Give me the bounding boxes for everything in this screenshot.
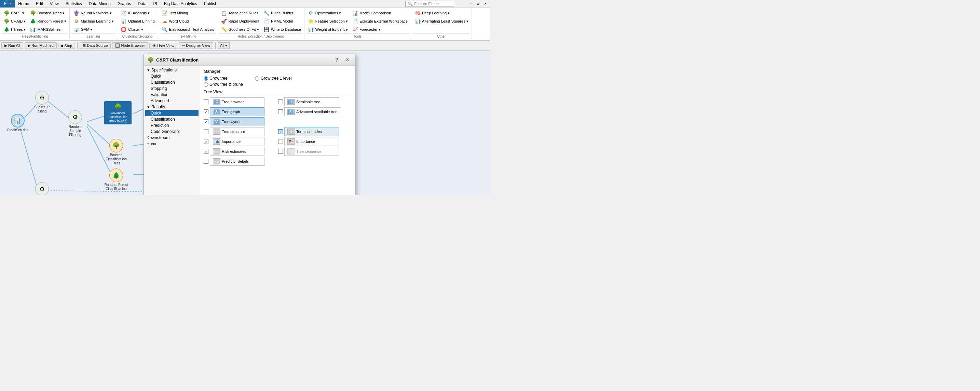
menu-edit[interactable]: Edit xyxy=(32,0,46,8)
stop-btn[interactable]: ■ Stop xyxy=(58,43,75,49)
weight-evidence-btn[interactable]: 📊Weight of Evidence xyxy=(306,25,350,33)
optimal-binning-btn[interactable]: 📊Optimal Binning xyxy=(119,17,156,25)
grow-prune-radio-input[interactable] xyxy=(204,83,208,87)
data-source-btn[interactable]: ⊞ Data Source xyxy=(80,42,111,49)
rules-builder-btn[interactable]: 🔧Rules Builder xyxy=(261,9,303,17)
node-boosted[interactable]: 🌳 Boosted Classificat ion Trees xyxy=(104,139,128,165)
tree-sequence-btn[interactable]: Tree sequence xyxy=(284,147,339,156)
node-creditscore[interactable]: 📊 CreditSco ring xyxy=(7,114,29,132)
scrollable-tree-btn[interactable]: Scrollable tree xyxy=(284,97,339,106)
close-btn[interactable]: × xyxy=(482,0,488,8)
node-advanced-cart[interactable]: 🌳 Advanced Classificat ion Trees (C&RT) xyxy=(104,101,132,124)
grow-tree-1level-radio-input[interactable] xyxy=(255,76,259,81)
tree-sequence-chk[interactable] xyxy=(278,149,283,154)
node-random-forest[interactable]: 🌲 Random Forest Classificat ion xyxy=(104,168,128,191)
sidebar-code-generator[interactable]: Code Generator xyxy=(145,129,199,135)
risk-chk[interactable] xyxy=(204,149,208,154)
tree-layout-chk[interactable] xyxy=(204,119,208,124)
sidebar-home[interactable]: Home xyxy=(145,141,199,147)
assoc-rules-btn[interactable]: 📋Association Rules xyxy=(219,9,261,17)
chaid-btn[interactable]: 🌳CHAID ▾ xyxy=(2,17,28,25)
tree-graph-btn[interactable]: Tree graph xyxy=(210,107,264,116)
adv-scrollable-chk[interactable] xyxy=(278,110,283,114)
adv-scrollable-btn[interactable]: Advanced scrollable tree xyxy=(284,107,340,116)
als-btn[interactable]: 📊Alternating Least Squares ▾ xyxy=(412,17,470,25)
ic-analysis-btn[interactable]: 📈IC Analysis ▾ xyxy=(119,9,156,17)
random-forest-btn[interactable]: 🌲Random Forest ▾ xyxy=(28,17,68,25)
cluster-btn[interactable]: ⭕Cluster ▾ xyxy=(119,25,156,33)
run-all-btn[interactable]: ▶ Run All xyxy=(2,42,23,49)
menu-pi[interactable]: PI xyxy=(150,0,161,8)
maximize-btn[interactable]: # xyxy=(475,0,482,8)
menu-home[interactable]: Home xyxy=(15,0,32,8)
predictor-btn[interactable]: Predictor details xyxy=(210,157,264,166)
grow-tree-radio-input[interactable] xyxy=(204,76,208,81)
sidebar-classification-results[interactable]: Classification xyxy=(145,116,199,122)
machine-learning-btn[interactable]: ⚙Machine Learning ▾ xyxy=(71,17,116,25)
canvas-area[interactable]: 📊 CreditSco ring ⚙ Subset_Tr aining ⚙ Ra… xyxy=(0,51,490,195)
menu-data[interactable]: Data xyxy=(134,0,150,8)
sidebar-quick-results[interactable]: Quick xyxy=(145,110,199,116)
rapid-deploy-btn[interactable]: 🚀Rapid Deployment xyxy=(219,17,261,25)
importance1-chk[interactable] xyxy=(204,139,208,144)
minimize-btn[interactable]: − xyxy=(468,0,474,8)
goodness-btn[interactable]: 📏Goodness Of Fit ▾ xyxy=(219,25,261,33)
importance1-btn[interactable]: Importance xyxy=(210,137,264,146)
gam-btn[interactable]: 📊GAM ▾ xyxy=(71,25,116,33)
node-subset-testing[interactable]: ⚙ Subset_T esting xyxy=(30,182,54,195)
scrollable-tree-chk[interactable] xyxy=(278,99,283,104)
sidebar-advanced[interactable]: Advanced xyxy=(145,98,199,104)
sidebar-classification-spec[interactable]: Classification xyxy=(145,79,199,86)
sidebar-results[interactable]: ▼Results xyxy=(145,104,199,110)
sidebar-quick-spec[interactable]: Quick xyxy=(145,73,199,79)
node-subset-training[interactable]: ⚙ Subset_Tr aining xyxy=(30,91,54,113)
neural-networks-btn[interactable]: 🔮Neural Networks ▾ xyxy=(71,9,116,17)
elasticsearch-btn[interactable]: 🔍Elasticsearch Text Analysis xyxy=(159,25,216,33)
grow-tree-1level-radio[interactable]: Grow tree 1 level xyxy=(255,76,292,81)
menu-publish[interactable]: Publish xyxy=(200,0,221,8)
terminal-nodes-btn[interactable]: Terminal nodes xyxy=(284,127,339,136)
tree-structure-btn[interactable]: Tree structure xyxy=(210,127,264,136)
designer-view-btn[interactable]: ✏ Designer View xyxy=(179,42,213,49)
tree-browser-chk[interactable] xyxy=(204,99,208,104)
execute-workspace-btn[interactable]: 📄Execute External Workspace xyxy=(350,17,409,25)
menu-view[interactable]: View xyxy=(46,0,62,8)
terminal-nodes-chk[interactable]: ✓ xyxy=(278,129,283,134)
user-view-btn[interactable]: 👁 User View xyxy=(150,43,177,49)
text-mining-btn[interactable]: 📝Text Mining xyxy=(159,9,216,17)
deep-learning-btn[interactable]: 🧠Deep Learning ▾ xyxy=(412,9,470,17)
menu-bigdata[interactable]: Big Data Analytics xyxy=(161,0,200,8)
predictor-chk[interactable] xyxy=(204,159,208,164)
view-filter-dropdown[interactable]: All ▾ xyxy=(218,42,230,49)
cart-btn[interactable]: 🌳C&RT ▾ xyxy=(2,9,28,17)
itrees-btn[interactable]: 🌲I-Trees ▾ xyxy=(2,25,28,33)
sidebar-prediction[interactable]: Prediction xyxy=(145,122,199,129)
feature-selection-btn[interactable]: ⭐Feature Selection ▾ xyxy=(306,17,350,25)
menu-statistics[interactable]: Statistics xyxy=(62,0,86,8)
write-db-btn[interactable]: 💾Write to Database xyxy=(261,25,303,33)
feature-finder-input[interactable] xyxy=(414,2,452,6)
importance2-btn[interactable]: Importance xyxy=(284,137,339,146)
dialog-close-btn[interactable]: ✕ xyxy=(344,56,352,63)
tree-graph-chk[interactable] xyxy=(204,110,208,114)
sidebar-specifications[interactable]: ▼Specifications xyxy=(145,67,199,73)
help-btn[interactable]: ? xyxy=(333,56,340,63)
menu-graphs[interactable]: Graphs xyxy=(114,0,134,8)
sidebar-validation[interactable]: Validation xyxy=(145,92,199,98)
node-random-sample[interactable]: ⚙ Random Sample Filtering xyxy=(63,110,87,137)
optimizations-btn[interactable]: ⚙Optimizations ▾ xyxy=(306,9,350,17)
node-browser-btn[interactable]: 🔲 Node Browser xyxy=(112,42,148,49)
mars-btn[interactable]: 📊MARSSplines xyxy=(28,25,68,33)
grow-prune-radio[interactable]: Grow tree & prune xyxy=(204,82,243,87)
menu-datamining[interactable]: Data Mining xyxy=(86,0,114,8)
run-modified-btn[interactable]: ▶ Run Modified xyxy=(25,42,57,49)
pmml-model-btn[interactable]: 📄PMML Model xyxy=(261,17,303,25)
tree-structure-chk[interactable] xyxy=(204,129,208,134)
model-comparison-btn[interactable]: 📊Model Comparison xyxy=(350,9,409,17)
file-menu[interactable]: File xyxy=(0,0,15,8)
boosted-trees-btn[interactable]: 🌳Boosted Trees ▾ xyxy=(28,9,68,17)
sidebar-stopping[interactable]: Stopping xyxy=(145,86,199,92)
grow-tree-radio[interactable]: Grow tree xyxy=(204,76,228,81)
tree-layout-btn[interactable]: Tree layout xyxy=(210,117,264,126)
tree-browser-btn[interactable]: Tree browser xyxy=(210,97,264,106)
